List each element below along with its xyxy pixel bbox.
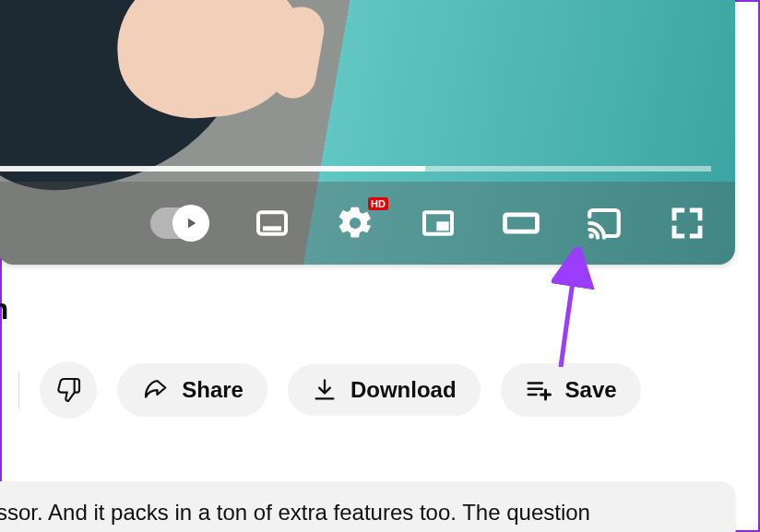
annotation-arrow bbox=[552, 247, 607, 376]
description-card[interactable]: ssor. And it packs in a ton of extra fea… bbox=[0, 481, 736, 532]
miniplayer-button[interactable] bbox=[418, 203, 458, 243]
subtitles-icon bbox=[254, 205, 291, 242]
like-dislike-divider bbox=[18, 372, 19, 408]
player-controls: HD bbox=[0, 182, 735, 265]
video-player[interactable]: HD bbox=[0, 0, 735, 265]
download-icon bbox=[312, 377, 338, 403]
playlist-add-icon bbox=[525, 376, 552, 404]
action-row: 2 Share Download Save bbox=[0, 361, 641, 419]
play-icon bbox=[183, 215, 199, 231]
svg-point-5 bbox=[588, 233, 594, 239]
cast-icon bbox=[585, 204, 623, 242]
share-label: Share bbox=[182, 377, 243, 403]
share-icon bbox=[141, 376, 169, 404]
svg-rect-4 bbox=[505, 215, 538, 231]
save-button[interactable]: Save bbox=[501, 363, 641, 417]
svg-rect-1 bbox=[263, 226, 281, 231]
download-label: Download bbox=[350, 377, 457, 403]
description-fragment: ssor. And it packs in a ton of extra fea… bbox=[0, 500, 590, 525]
progress-bar[interactable] bbox=[0, 166, 711, 171]
autoplay-toggle[interactable] bbox=[150, 207, 209, 239]
thumb-down-icon bbox=[53, 375, 83, 405]
autoplay-knob bbox=[172, 205, 209, 242]
theater-icon bbox=[501, 203, 541, 243]
subtitles-button[interactable] bbox=[252, 203, 292, 243]
theater-mode-button[interactable] bbox=[501, 203, 541, 243]
share-button[interactable]: Share bbox=[117, 363, 267, 417]
fullscreen-button[interactable] bbox=[667, 203, 707, 243]
save-label: Save bbox=[565, 377, 617, 403]
svg-rect-3 bbox=[436, 221, 448, 231]
settings-button[interactable]: HD bbox=[335, 203, 375, 243]
hd-badge: HD bbox=[368, 197, 388, 210]
cast-button[interactable] bbox=[584, 203, 624, 243]
screenshot-frame: HD bbox=[0, 0, 760, 532]
miniplayer-icon bbox=[420, 205, 457, 242]
dislike-button[interactable] bbox=[40, 361, 97, 419]
fullscreen-icon bbox=[668, 204, 707, 242]
video-title-fragment: sh bbox=[0, 292, 8, 326]
download-button[interactable]: Download bbox=[288, 364, 481, 416]
progress-fill bbox=[0, 166, 425, 171]
